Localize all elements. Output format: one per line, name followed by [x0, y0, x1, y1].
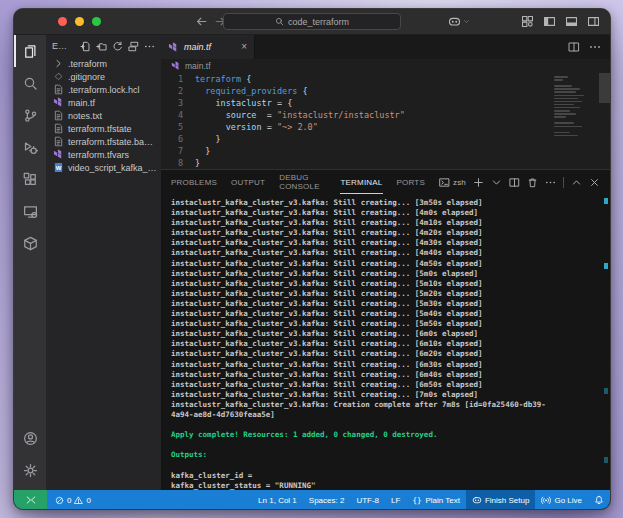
panel-tabs: PROBLEMSOUTPUTDEBUG CONSOLETERMINALPORTS: [171, 170, 425, 194]
code-text: instaclustr = {: [183, 97, 292, 109]
copilot-menu[interactable]: [448, 9, 470, 34]
file-item-notes-txt[interactable]: notes.txt: [46, 109, 161, 122]
file-item-terraform-tfvars[interactable]: terraform.tfvars: [46, 148, 161, 161]
zoom-window-button[interactable]: [92, 17, 101, 26]
activity-search[interactable]: [14, 67, 46, 99]
activity-accounts[interactable]: [14, 422, 46, 454]
status-encoding[interactable]: UTF-8: [350, 490, 385, 510]
status-cursor-position[interactable]: Ln 1, Col 1: [252, 490, 303, 510]
accounts-icon: [23, 431, 38, 446]
code-line: 3 instaclustr = {: [161, 97, 610, 109]
tab-main-tf[interactable]: main.tf ×: [161, 35, 255, 59]
status-language-mode[interactable]: {}Plain Text: [406, 490, 466, 510]
warnings-count: 0: [86, 496, 90, 505]
activity-bar: [14, 35, 46, 490]
split-editor-icon[interactable]: [568, 41, 580, 53]
collapse-folders-icon[interactable]: [128, 41, 139, 52]
status-go-live[interactable]: Go Live: [535, 490, 588, 510]
status-eol-label: LF: [391, 496, 400, 505]
status-finish-setup[interactable]: Finish Setup: [466, 490, 535, 510]
line-number: 6: [161, 133, 183, 145]
panel-tab-ports[interactable]: PORTS: [397, 170, 425, 194]
activity-extensions[interactable]: [14, 163, 46, 195]
terraform-file-icon: [171, 61, 181, 71]
activity-explorer[interactable]: [14, 35, 46, 67]
close-panel-icon[interactable]: [589, 177, 600, 188]
activity-settings[interactable]: [14, 454, 46, 486]
navigate-back-icon[interactable]: [195, 9, 208, 34]
new-folder-icon[interactable]: [96, 41, 107, 52]
explorer-header: E…: [46, 35, 161, 57]
panel-tab-problems[interactable]: PROBLEMS: [171, 170, 217, 194]
file-name: .terraform.lock.hcl: [68, 85, 140, 95]
toggle-panel-icon[interactable]: [565, 15, 578, 28]
close-window-button[interactable]: [58, 17, 67, 26]
problems-status[interactable]: 0 0: [47, 496, 91, 505]
new-file-icon[interactable]: [80, 41, 91, 52]
remote-indicator[interactable]: [14, 490, 47, 510]
file-name: main.tf: [68, 98, 95, 108]
launch-profile-dropdown-icon[interactable]: [491, 177, 502, 188]
refresh-explorer-icon[interactable]: [112, 41, 123, 52]
code-editor[interactable]: 1terraform {2 required_providers {3 inst…: [161, 73, 610, 169]
panel-tab-terminal[interactable]: TERMINAL: [340, 170, 382, 194]
close-tab-icon[interactable]: ×: [241, 42, 247, 52]
terminal-profile[interactable]: zsh: [439, 177, 466, 188]
breadcrumb[interactable]: main.tf: [161, 59, 610, 73]
search-icon: [275, 17, 284, 26]
code-line: 8}: [161, 157, 610, 169]
status-indentation[interactable]: Spaces: 2: [303, 490, 351, 510]
file-item--terraform-lock-hcl[interactable]: .terraform.lock.hcl: [46, 83, 161, 96]
file-item-terraform-tfstate[interactable]: terraform.tfstate: [46, 122, 161, 135]
minimap[interactable]: [554, 76, 596, 138]
terminal-line: instaclustr_kafka_cluster_v3.kafka: Stil…: [171, 228, 596, 238]
bell-icon: [594, 495, 604, 505]
terminal-line: instaclustr_kafka_cluster_v3.kafka: Stil…: [171, 329, 596, 339]
toggle-primary-sidebar-icon[interactable]: [543, 15, 556, 28]
terminal-scroll-mark: [604, 198, 608, 204]
more-actions-icon[interactable]: [589, 41, 601, 53]
extensions-icon: [23, 172, 38, 187]
kill-terminal-icon[interactable]: [527, 177, 538, 188]
command-center-search[interactable]: code_terraform: [223, 13, 401, 30]
status-eol[interactable]: LF: [385, 490, 406, 510]
toggle-secondary-sidebar-icon[interactable]: [587, 15, 600, 28]
terminal[interactable]: instaclustr_kafka_cluster_v3.kafka: Stil…: [161, 194, 610, 491]
terminal-icon: [439, 177, 450, 188]
panel-tab-output[interactable]: OUTPUT: [231, 170, 265, 194]
panel-tab-debug-console[interactable]: DEBUG CONSOLE: [279, 170, 326, 194]
more-actions-icon[interactable]: [144, 41, 155, 52]
activity-bottom: [14, 422, 46, 486]
window-controls: [58, 9, 101, 34]
file-item-main-tf[interactable]: main.tf: [46, 96, 161, 109]
minimize-window-button[interactable]: [75, 17, 84, 26]
file-item--terraform[interactable]: .terraform: [46, 57, 161, 70]
customize-layout-icon[interactable]: [521, 15, 534, 28]
new-terminal-icon[interactable]: [473, 177, 484, 188]
file-item-terraform-tfstate-ba-[interactable]: terraform.tfstate.ba…: [46, 135, 161, 148]
activity-remote-explorer[interactable]: [14, 195, 46, 227]
terminal-line: instaclustr_kafka_cluster_v3.kafka: Stil…: [171, 279, 596, 289]
terminal-line: Apply complete! Resources: 1 added, 0 ch…: [171, 430, 596, 440]
split-terminal-icon[interactable]: [509, 177, 520, 188]
maximize-panel-icon[interactable]: [571, 177, 582, 188]
editor-scrollbar[interactable]: [599, 73, 610, 103]
broadcast-icon: [541, 495, 551, 505]
code-line: 4 source = "instaclustr/instaclustr": [161, 109, 610, 121]
activity-source-control[interactable]: [14, 99, 46, 131]
more-actions-icon[interactable]: [545, 177, 556, 188]
file-item-video-script-kafka-[interactable]: Wvideo_script_kafka_…: [46, 161, 161, 174]
file-item--gitignore[interactable]: .gitignore: [46, 70, 161, 83]
terraform-icon: [53, 149, 64, 160]
titlebar[interactable]: code_terraform: [14, 9, 610, 35]
terminal-line: [171, 440, 596, 450]
minimap-line: [554, 110, 570, 112]
activity-cube-extension[interactable]: [14, 227, 46, 259]
status-notifications[interactable]: [588, 490, 610, 510]
minimap-line: [554, 104, 574, 106]
terminal-line: instaclustr_kafka_cluster_v3.kafka: Stil…: [171, 269, 596, 279]
activity-run-debug[interactable]: [14, 131, 46, 163]
minimap-line: [554, 88, 580, 90]
file-icon: [53, 110, 64, 121]
terminal-line: instaclustr_kafka_cluster_v3.kafka: Stil…: [171, 289, 596, 299]
